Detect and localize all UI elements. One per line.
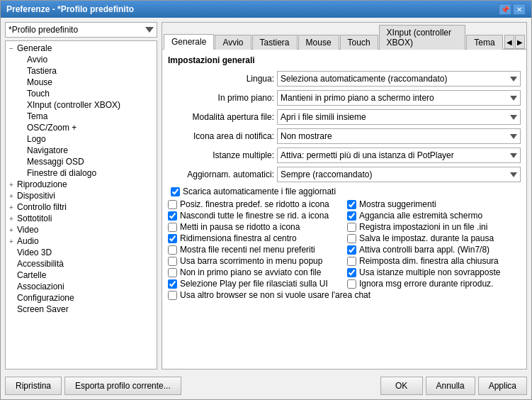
tree-item[interactable]: Screen Saver bbox=[6, 304, 157, 315]
checkbox-label: Usa istanze multiple non sovrapposte bbox=[359, 267, 500, 277]
checkbox-item[interactable]: Selezione Play per file rilasciati sulla… bbox=[168, 279, 341, 289]
checkbox-item[interactable]: Salva le impostaz. durante la pausa bbox=[347, 233, 521, 243]
checkbox-input[interactable] bbox=[347, 245, 356, 255]
tree-item-label: Navigatore bbox=[27, 145, 68, 155]
tree-item-label: Generale bbox=[17, 43, 52, 53]
tree-item[interactable]: +Controllo filtri bbox=[6, 201, 157, 213]
checkbox-label: Reimposta dim. finestra alla chiusura bbox=[359, 256, 499, 266]
tabs-bar: GeneraleAvvioTastieraMouseTouchXInput (c… bbox=[162, 23, 526, 50]
close-button[interactable]: ✕ bbox=[513, 4, 526, 15]
checkbox-input[interactable] bbox=[168, 234, 177, 243]
scarica-label[interactable]: Scarica automaticamente i file aggiornat… bbox=[183, 187, 336, 196]
primo-piano-select[interactable]: Mantieni in primo piano a schermo intero bbox=[277, 90, 521, 106]
tab-tastiera[interactable]: Tastiera bbox=[252, 35, 298, 50]
checkbox-input[interactable] bbox=[347, 234, 356, 243]
tree-item[interactable]: OSC/Zoom + bbox=[6, 122, 157, 133]
tree-item[interactable]: +Sottotitoli bbox=[6, 213, 157, 224]
icona-select[interactable]: Non mostrare bbox=[277, 128, 521, 144]
checkbox-item[interactable]: Usa istanze multiple non sovrapposte bbox=[347, 267, 521, 277]
checkbox-input[interactable] bbox=[347, 200, 356, 209]
checkbox-input[interactable] bbox=[168, 211, 177, 221]
modalita-select[interactable]: Apri i file simili insieme bbox=[277, 109, 521, 125]
checkbox-input[interactable] bbox=[347, 223, 356, 232]
checkbox-item[interactable]: Registra impostazioni in un file .ini bbox=[347, 222, 521, 232]
profile-select[interactable]: *Profilo predefinito bbox=[5, 22, 157, 38]
tree-item-label: Tastiera bbox=[27, 66, 57, 76]
tree-item[interactable]: +Riproduzione bbox=[6, 179, 157, 190]
tree-item[interactable]: Video 3D bbox=[6, 247, 157, 258]
tree-item-label: Screen Saver bbox=[17, 304, 69, 314]
checkbox-label: Selezione Play per file rilasciati sulla… bbox=[180, 279, 328, 289]
checkbox-input[interactable] bbox=[168, 245, 177, 255]
checkbox-input[interactable] bbox=[347, 257, 356, 266]
tree-item[interactable]: Navigatore bbox=[6, 145, 157, 156]
scarica-checkbox[interactable] bbox=[171, 187, 180, 196]
tree-item[interactable]: Configurazione bbox=[6, 292, 157, 304]
checkbox-item[interactable]: Attiva controlli barra appl. (Win7/8) bbox=[347, 245, 521, 255]
checkbox-label: Mostra file recenti nel menu preferiti bbox=[180, 245, 315, 255]
lingua-select[interactable]: Seleziona automaticamente (raccomandato) bbox=[277, 71, 521, 87]
checkbox-input[interactable] bbox=[168, 257, 177, 266]
checkbox-input[interactable] bbox=[168, 223, 177, 232]
expand-icon: + bbox=[7, 215, 16, 223]
checkboxes-section: Scarica automaticamente i file aggiornat… bbox=[168, 187, 521, 300]
tree-item[interactable]: Messaggi OSD bbox=[6, 156, 157, 167]
checkboxes-grid: Posiz. finestra predef. se ridotto a ico… bbox=[168, 199, 521, 300]
checkbox-item[interactable]: Nascondi tutte le finestre se rid. a ico… bbox=[168, 211, 341, 221]
tree-item-label: Associazioni bbox=[17, 282, 64, 291]
checkbox-input[interactable] bbox=[168, 268, 177, 277]
checkbox-item[interactable]: Ignora msg errore durante riproduz. bbox=[347, 279, 521, 289]
annulla-button[interactable]: Annulla bbox=[426, 377, 475, 395]
tree-item[interactable]: Tema bbox=[6, 111, 157, 122]
checkbox-item[interactable]: Non in primo piano se avviato con file bbox=[168, 267, 341, 277]
tree-panel: −Generale Avvio Tastiera Mouse Touch XIn… bbox=[5, 40, 157, 370]
tree-item[interactable]: +Audio bbox=[6, 235, 157, 247]
checkbox-item[interactable]: Mostra suggerimenti bbox=[347, 199, 521, 209]
checkbox-item[interactable]: Usa altro browser se non si vuole usare … bbox=[168, 290, 521, 300]
istanze-select[interactable]: Attiva: permetti più di una istanza di P… bbox=[277, 148, 521, 163]
applica-button[interactable]: Applica bbox=[478, 377, 527, 395]
tab-mouse[interactable]: Mouse bbox=[298, 35, 339, 50]
tab-tema[interactable]: Tema bbox=[466, 35, 502, 50]
tree-item[interactable]: Mouse bbox=[6, 77, 157, 88]
tab-generale[interactable]: Generale bbox=[164, 34, 214, 50]
checkbox-item[interactable]: Posiz. finestra predef. se ridotto a ico… bbox=[168, 199, 341, 209]
tree-item[interactable]: +Dispositivi bbox=[6, 190, 157, 201]
checkbox-item[interactable]: Reimposta dim. finestra alla chiusura bbox=[347, 256, 521, 266]
checkbox-input[interactable] bbox=[168, 200, 177, 209]
esporta-button[interactable]: Esporta profilo corrente... bbox=[64, 377, 181, 395]
tab-nav-right[interactable]: ▶ bbox=[515, 35, 525, 49]
tab-nav-left[interactable]: ◀ bbox=[504, 35, 514, 49]
checkbox-item[interactable]: Aggancia alle estremità schermo bbox=[347, 211, 521, 221]
aggiorn-select[interactable]: Sempre (raccomandato) bbox=[277, 167, 521, 182]
checkbox-input[interactable] bbox=[168, 291, 177, 300]
tree-item[interactable]: +Video bbox=[6, 224, 157, 235]
tree-item[interactable]: Accessibilità bbox=[6, 258, 157, 270]
tab-xinput-(controller-xbox)[interactable]: XInput (controller XBOX) bbox=[379, 25, 466, 50]
ripristina-button[interactable]: Ripristina bbox=[5, 377, 62, 395]
checkbox-input[interactable] bbox=[347, 268, 356, 277]
modalita-label: Modalità apertura file: bbox=[168, 112, 274, 122]
checkbox-item[interactable]: Metti in pausa se ridotto a icona bbox=[168, 222, 341, 232]
checkbox-item[interactable]: Ridimensiona finestra al centro bbox=[168, 233, 341, 243]
tab-touch[interactable]: Touch bbox=[340, 35, 378, 50]
checkbox-input[interactable] bbox=[347, 211, 356, 221]
ok-button[interactable]: OK bbox=[380, 377, 423, 395]
icona-label: Icona area di notifica: bbox=[168, 131, 274, 141]
tree-item[interactable]: Finestre di dialogo bbox=[6, 167, 157, 179]
tab-avvio[interactable]: Avvio bbox=[215, 35, 251, 50]
tree-item[interactable]: Tastiera bbox=[6, 65, 157, 77]
tree-item[interactable]: −Generale bbox=[6, 43, 157, 54]
checkbox-input[interactable] bbox=[168, 279, 177, 289]
tree-item[interactable]: Logo bbox=[6, 133, 157, 145]
tree-item[interactable]: Touch bbox=[6, 88, 157, 99]
tree-item[interactable]: Cartelle bbox=[6, 270, 157, 281]
tree-item[interactable]: XInput (controller XBOX) bbox=[6, 99, 157, 111]
checkbox-item[interactable]: Usa barra scorrimento in menu popup bbox=[168, 256, 341, 266]
pin-button[interactable]: 📌 bbox=[499, 4, 511, 15]
tree-item-label: Tema bbox=[27, 111, 47, 121]
tree-item[interactable]: Associazioni bbox=[6, 281, 157, 292]
checkbox-item[interactable]: Mostra file recenti nel menu preferiti bbox=[168, 245, 341, 255]
tree-item[interactable]: Avvio bbox=[6, 54, 157, 65]
checkbox-input[interactable] bbox=[347, 279, 356, 289]
